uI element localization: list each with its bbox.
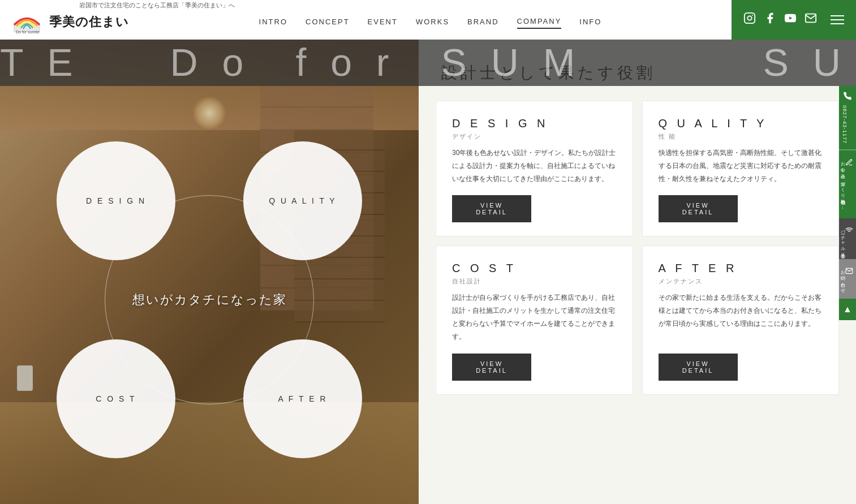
card-after-body: その家で新たに始まる生活を支える。だからこそお客様とは建ててから本当のお付き合い… [659, 291, 825, 343]
top-bar: 岩国市で注文住宅のことなら工務店「季美の住まい」へ [79, 0, 235, 10]
nav-company[interactable]: COMPANY [517, 17, 562, 29]
youtube-icon[interactable] [784, 12, 797, 27]
logo-area: 岩国市で注文住宅のことなら工務店「季美の住まい」へ Do for sumite … [0, 5, 129, 35]
envelope-icon [845, 267, 853, 275]
nav-event[interactable]: EVENT [368, 18, 398, 28]
wifi-icon [845, 226, 853, 234]
nav-bar: INTRO CONCEPT EVENT WORKS BRAND COMPANY … [129, 17, 732, 29]
nav-brand[interactable]: BRAND [467, 18, 499, 28]
header-social-bar [732, 0, 856, 40]
card-cost-title-en: C O S T [452, 262, 619, 275]
card-design: D E S I G N デザイン 30年後も色あせない設計・デザイン。私たちが設… [436, 101, 633, 236]
card-quality-btn[interactable]: VIEW DETAIL [659, 195, 738, 222]
phone-number: 0827-43-1177 [842, 105, 848, 144]
sidebar-consult-button[interactable]: お申し込み 家づくり勉強会の → [839, 150, 856, 218]
card-cost: C O S T 自社設計 設計士が自ら家づくりを手がける工務店であり、自社設計・… [436, 245, 633, 394]
nav-concept[interactable]: CONCEPT [306, 18, 350, 28]
card-cost-title-jp: 自社設計 [452, 277, 619, 286]
nav-works[interactable]: WORKS [416, 18, 449, 28]
hero-center-text: 想いがカタチになった家 [132, 291, 287, 308]
sidebar-mail-button[interactable]: お問い合わせ [839, 259, 856, 299]
svg-point-3 [747, 16, 751, 20]
card-design-btn[interactable]: VIEW DETAIL [452, 195, 531, 222]
svg-text:Do for sumite: Do for sumite [16, 30, 40, 34]
facebook-icon[interactable] [764, 12, 776, 27]
hero-right-panel: 設計士として果たす役割 D E S I G N デザイン 30年後も色あせない設… [419, 40, 856, 504]
pencil-icon [845, 158, 853, 166]
card-quality-title-jp: 性 能 [659, 132, 825, 141]
nav-info[interactable]: INFO [579, 18, 601, 28]
mail-icon[interactable] [805, 12, 817, 27]
hamburger-menu[interactable] [831, 15, 844, 24]
hero-section: T E D o f o r S U M S U D E S I G N Q U … [0, 40, 856, 504]
sidebar-virtual-button[interactable]: バーチャル見学会 [839, 218, 856, 259]
card-quality-title-en: Q U A L I T Y [659, 117, 825, 130]
card-after-title-en: A F T E R [659, 262, 825, 275]
card-quality-body: 快適性を担保する高気密・高断熱性能、そして激甚化する日本の台風、地震など災害に対… [659, 147, 825, 185]
logo-name: 季美の住まい [49, 14, 129, 31]
svg-point-4 [752, 15, 753, 16]
sidebar-phone-section: 0827-43-1177 [839, 86, 856, 150]
svg-rect-2 [745, 13, 755, 23]
card-after-btn[interactable]: VIEW DETAIL [659, 354, 738, 381]
scroll-top-button[interactable]: ▲ [839, 299, 856, 320]
phone-icon [843, 92, 852, 101]
card-after: A F T E R メンテナンス その家で新たに始まる生活を支える。だからこそお… [642, 245, 840, 394]
cards-grid: D E S I G N デザイン 30年後も色あせない設計・デザイン。私たちが設… [436, 101, 839, 395]
card-cost-btn[interactable]: VIEW DETAIL [452, 354, 531, 381]
card-after-title-jp: メンテナンス [659, 277, 825, 286]
card-design-body: 30年後も色あせない設計・デザイン。私たちが設計士による設計力・提案力を軸に、自… [452, 147, 619, 185]
logo-icon: Do for sumite [11, 9, 42, 35]
card-design-title-en: D E S I G N [452, 117, 619, 130]
scroll-text: T E D o f o r S U M S U [0, 40, 848, 86]
card-quality: Q U A L I T Y 性 能 快適性を担保する高気密・高断熱性能、そして激… [642, 101, 840, 236]
header: 岩国市で注文住宅のことなら工務店「季美の住まい」へ Do for sumite … [0, 0, 856, 40]
card-design-title-jp: デザイン [452, 132, 619, 141]
nav-intro[interactable]: INTRO [259, 18, 287, 28]
scroll-text-bar: T E D o f o r S U M S U [0, 40, 856, 86]
circles-container: D E S I G N Q U A L I T Y C O S T A F T … [57, 141, 362, 458]
instagram-icon[interactable] [743, 12, 756, 27]
right-sidebar: 0827-43-1177 お申し込み 家づくり勉強会の → バーチャル見学会 お… [839, 86, 856, 320]
card-cost-body: 設計士が自ら家づくりを手がける工務店であり、自社設計・自社施工のメリットを生かし… [452, 291, 619, 343]
